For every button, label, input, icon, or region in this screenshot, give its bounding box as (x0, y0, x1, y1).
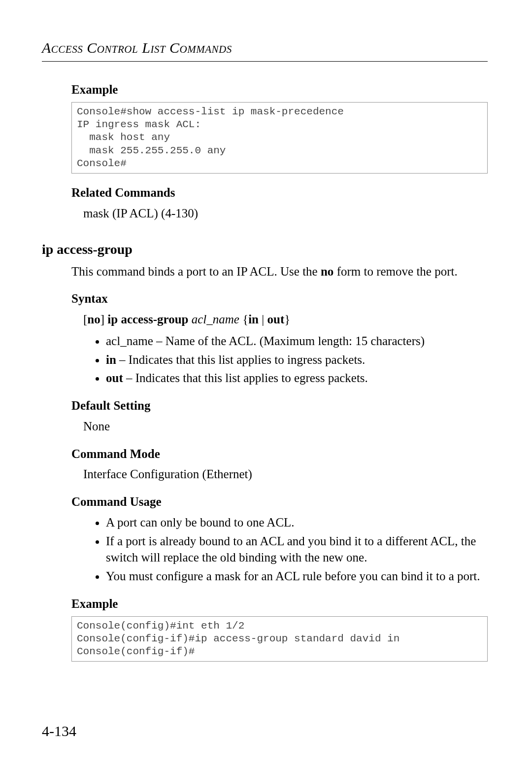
syn-p9: | (259, 313, 267, 326)
intro-bold: no (321, 265, 333, 278)
related-heading: Related Commands (71, 184, 488, 201)
usage-item: If a port is already bound to an ACL and… (106, 533, 488, 566)
usage-list: A port can only be bound to one ACL. If … (71, 514, 488, 585)
syn-p7: { (239, 313, 248, 326)
syn-p10: out (267, 313, 285, 326)
param-bold: out (106, 371, 123, 385)
command-body: This command binds a port to an IP ACL. … (71, 263, 488, 662)
related-text: mask (IP ACL) (4-130) (83, 205, 488, 222)
param-text: – Indicates that this list applies to in… (116, 353, 365, 366)
syn-p3: ] (100, 313, 108, 326)
example1-code: Console#show access-list ip mask-precede… (71, 102, 488, 174)
command-title: ip access-group (42, 242, 488, 257)
default-heading: Default Setting (71, 397, 488, 414)
syntax-param: in – Indicates that this list applies to… (106, 352, 488, 368)
param-bold: in (106, 353, 116, 366)
usage-item: You must configure a mask for an ACL rul… (106, 568, 488, 585)
syntax-params: acl_name – Name of the ACL. (Maximum len… (71, 333, 488, 387)
command-intro: This command binds a port to an IP ACL. … (71, 263, 488, 280)
usage-item: A port can only be bound to one ACL. (106, 514, 488, 531)
mode-heading: Command Mode (71, 446, 488, 462)
example1-heading: Example (71, 81, 488, 98)
intro-before: This command binds a port to an IP ACL. … (71, 265, 321, 278)
mode-text: Interface Configuration (Ethernet) (83, 466, 488, 483)
syntax-heading: Syntax (71, 290, 488, 307)
page-number: 4-134 (42, 723, 76, 739)
syn-p11: } (284, 313, 290, 326)
page-content: Example Console#show access-list ip mask… (71, 81, 488, 222)
intro-after: form to remove the port. (333, 265, 457, 278)
running-head: Access Control List Commands (42, 39, 488, 56)
example2-heading: Example (71, 596, 488, 612)
example2-code: Console(config)#int eth 1/2 Console(conf… (71, 616, 488, 662)
syntax-line: [no] ip access-group acl_name {in | out} (83, 311, 488, 328)
default-text: None (83, 418, 488, 435)
syn-p2: no (87, 313, 100, 326)
param-italic: acl_name (106, 334, 153, 348)
syntax-param: out – Indicates that this list applies t… (106, 370, 488, 387)
header-rule (42, 61, 488, 62)
usage-heading: Command Usage (71, 493, 488, 510)
syn-p6: acl_name (192, 313, 239, 326)
page: Access Control List Commands Example Con… (0, 0, 532, 774)
param-text: – Indicates that this list applies to eg… (123, 371, 368, 385)
syn-p4: ip access-group (107, 313, 188, 326)
param-text: – Name of the ACL. (Maximum length: 15 c… (153, 334, 425, 348)
syntax-param: acl_name – Name of the ACL. (Maximum len… (106, 333, 488, 350)
syn-p8: in (248, 313, 259, 326)
